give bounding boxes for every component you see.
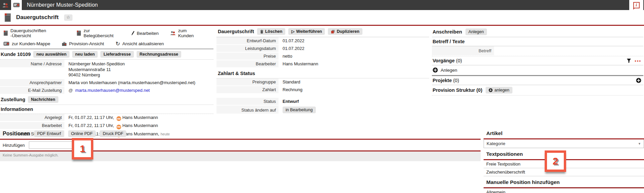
field-value: Rechnung [279,86,302,93]
info-button[interactable]: i [629,0,643,10]
page-title: Dauergutschrift [16,14,59,21]
field-label: Zahlart [216,86,279,94]
nav-dauergutschriften-uebersicht[interactable]: Dauergutschriften -Übersicht [3,28,65,38]
nav-zur-beleguebersicht[interactable]: zur Belegübersicht [77,28,119,38]
kategorie-select[interactable]: Kategorie ▼ [484,139,644,148]
field-label: Status [216,98,279,106]
plus-circle-icon[interactable] [636,78,641,83]
angelegt-row: Angelegt Fr, 01.07.22, 11:17 Uhr,HMHans … [0,114,213,122]
document-icon [4,13,11,22]
play-icon: ▷ [291,29,294,34]
nav-label: Provision-Ansicht [69,41,104,46]
nav-ansicht-aktualisieren[interactable]: ↻ Ansicht aktualisieren [115,41,164,46]
bearbeitet-row: Bearbeitet Fr, 01.07.22, 11:17 Uhr,HMHan… [0,122,213,130]
button-label: Duplizieren [337,29,359,34]
button-label: anlegen [494,87,509,93]
nav-provision-ansicht[interactable]: Provision-Ansicht [62,41,104,46]
status-in-bearbeitung-button[interactable]: in Bearbeitung [283,107,316,113]
bearbeiter-row: Bearbeiter Hans Mustermann [216,60,429,68]
druck-pdf-button[interactable]: Druck PDF [100,130,126,137]
hinzufuegen-label: Hinzufügen [3,143,25,148]
allgemein-item[interactable]: Allgemein [484,188,644,193]
field-label: Bearbeiter [216,60,279,68]
loeschen-button[interactable]: Löschen [257,28,285,35]
field-label: Angelegt [0,114,64,122]
star-icon: ☆ [66,15,70,20]
anschreiben-anlegen-button[interactable]: Anlegen [465,28,487,35]
document-icon [77,30,81,36]
weiterfuehren-button[interactable]: ▷ Weiterführen [288,28,325,35]
customer-rechnungsadresse-button[interactable]: Rechnungsadresse [137,51,181,58]
plus-circle-icon [489,88,493,92]
nav-bearbeiten[interactable]: Bearbeiten [131,31,159,36]
vorgang-anlegen-button[interactable]: Anlegen [432,65,643,75]
betreff-row: Betreff [432,46,643,56]
vorgaenge-title: Vorgänge [433,58,455,63]
duplizieren-button[interactable]: Duplizieren [328,28,362,35]
status-change-row: Status ändern auf in Bearbeitung [216,106,429,114]
address-value: Nürnberger Muster-Spedition Mustermannst… [64,60,125,79]
customer-header: Kunde 10109 neu auswählen neu laden Lief… [0,49,213,60]
customer-neu-auswaehlen-button[interactable]: neu auswählen [33,51,69,58]
positionen-header: Positionen PDF Entwurf Online PDF Druck … [0,130,481,139]
pen-icon [131,31,135,36]
customer-lieferadresse-button[interactable]: Lieferadresse [100,51,134,58]
provision-anlegen-button[interactable]: anlegen [486,87,512,93]
betreff-label: Betreff [432,46,494,56]
preise-row: Preise netto [216,53,429,60]
field-label: Status ändern auf [216,106,279,114]
vorgaenge-count: (0) [456,58,462,63]
people-icon [170,31,176,36]
zustellung-title: Zustellung [1,97,25,102]
contact-value: Marta von Musterhausen (marta.musterhaus… [64,79,195,86]
app-window: Nürnberger Muster-Spedition i Dauergutsc… [0,0,644,193]
annotation-marker-2: 2 [545,150,566,172]
anlegen-label: Anlegen [441,68,457,73]
document-panel-title: Dauergutschrift [218,29,254,34]
filter-icon[interactable] [627,58,631,63]
customer-card-icon [13,3,20,7]
nav-label: Ansicht aktualisieren [122,41,164,46]
nav-label: zur Belegübersicht [84,28,119,38]
zahlart-row: Zahlart Rechnung [216,86,429,94]
customer-panel: Dauergutschriften -Übersicht zur Belegüb… [0,27,213,138]
vorgaenge-row: Vorgänge (0) ••• [432,56,643,65]
address-line: Mustermannstraße 11 [68,67,125,73]
customers-module-button[interactable] [0,0,11,10]
document-icon [3,30,8,36]
nachrichten-button[interactable]: Nachrichten [28,96,58,103]
position-add-input[interactable] [29,141,75,149]
field-value: Standard [279,78,300,85]
customer-neu-laden-button[interactable]: neu laden [72,51,98,58]
entwurf-datum-row: Entwurf-Datum 01.07.2022 [216,37,429,45]
zustellung-header: Zustellung Nachrichten [0,94,213,105]
customer-file-module-button[interactable] [11,0,22,10]
kategorie-selected-value: Kategorie [487,141,505,146]
nav-label: Bearbeiten [137,31,159,36]
chevron-down-icon: ▼ [638,142,641,145]
pdf-entwurf-button[interactable]: PDF Entwurf [34,130,64,137]
avatar: HM [116,125,121,129]
field-label: E-Mail Zustellung [0,87,64,94]
favorite-button[interactable]: ☆ [64,14,73,21]
status-block: Status Entwurf Status ändern auf in Bear… [216,98,429,114]
nav-row-2: zur Kunden-Mappe Provision-Ansicht ↻ Ans… [0,40,213,48]
window-title: Nürnberger Muster-Spedition [27,2,98,8]
field-value: 01.07.2022 [279,45,304,52]
field-label: Entwurf-Datum [216,37,279,45]
more-options-icon[interactable]: ••• [635,58,641,63]
preisgruppe-row: Preisgruppe Standard [216,78,429,86]
nav-zur-kunden-mappe[interactable]: zur Kunden-Mappe [3,41,50,46]
info-icon: i [633,2,640,8]
online-pdf-button[interactable]: Online PDF [68,130,96,137]
customer-title: Kunde 10109 [1,52,31,57]
user-name: Hans Mustermann [122,115,158,120]
email-link[interactable]: marta.musterhausen@mustersped.net [75,88,150,93]
nav-zum-kunden[interactable]: zum Kunden [170,28,202,38]
page-header: Dauergutschrift ☆ [0,10,644,26]
informationen-header: Informationen [0,105,213,114]
email-row: E-Mail Zustellung @marta.musterhausen@mu… [0,87,213,94]
button-label: Löschen [265,29,282,34]
topbar: Nürnberger Muster-Spedition i [0,0,644,10]
informationen-title: Informationen [1,107,33,112]
